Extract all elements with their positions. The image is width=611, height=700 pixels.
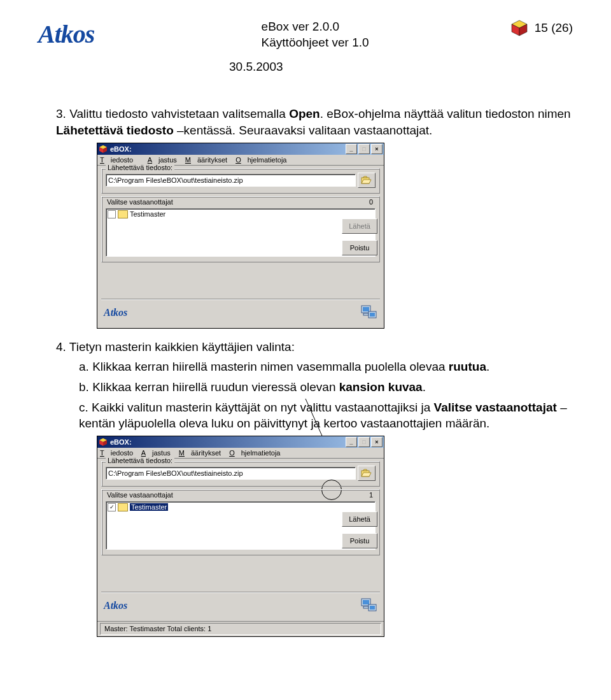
menu-maaritykset[interactable]: Määritykset: [179, 449, 221, 457]
svg-rect-23: [363, 606, 369, 608]
computer-icon: [360, 597, 377, 615]
header-line2: Käyttöohjeet ver 1.0: [262, 35, 369, 51]
recipients-listbox[interactable]: ✓ Testimaster: [106, 501, 376, 550]
logo: Atkos: [38, 19, 94, 49]
recipients-label: Valitse vastaanottajat: [107, 198, 173, 206]
step-4a: a. Klikkaa kerran hiirellä masterin nime…: [79, 359, 573, 375]
page-header: Atkos eBox ver 2.0.0 Käyttöohjeet ver 1.…: [38, 19, 573, 50]
browse-button[interactable]: [358, 173, 376, 188]
maximize-button[interactable]: □: [358, 144, 370, 154]
ebox-window-2: eBOX: _ □ × Tiedosto Ajastus Määritykset…: [97, 436, 384, 637]
exit-button[interactable]: Poistu: [342, 240, 377, 255]
folder-icon[interactable]: [118, 210, 128, 218]
computer-icon: [360, 304, 377, 322]
minimize-button[interactable]: _: [346, 144, 357, 154]
step-3: 3. Valittu tiedosto vahvistetaan valitse…: [56, 106, 573, 138]
status-text: Master: Testimaster Total clients: 1: [100, 623, 381, 635]
window-footer: Atkos: [101, 299, 380, 325]
window-footer: Atkos: [101, 592, 380, 618]
recipients-count: 0: [369, 198, 373, 206]
recipients-groupbox: Valitse vastaanottajat 1 ✓ Testimaster: [101, 489, 380, 555]
file-groupbox: Lähetettävä tiedosto: C:\Program Files\e…: [101, 461, 380, 487]
send-button[interactable]: Lähetä: [342, 511, 377, 527]
menu-ohjelmatietoja[interactable]: Ohjelmatietoja: [235, 156, 286, 164]
menu-tiedosto[interactable]: Tiedosto: [100, 156, 139, 164]
file-group-label: Lähetettävä tiedosto:: [106, 164, 174, 171]
step-4: 4. Tietyn masterin kaikkien käyttäjien v…: [56, 339, 573, 355]
recipients-groupbox: Valitse vastaanottajat 0 Testimaster: [101, 196, 380, 262]
document-date: 30.5.2003: [229, 60, 573, 74]
svg-rect-22: [363, 600, 369, 604]
window-title: eBOX:: [110, 145, 132, 153]
exit-button[interactable]: Poistu: [342, 533, 377, 548]
svg-rect-13: [370, 313, 375, 317]
menu-ajastus[interactable]: Ajastus: [141, 449, 171, 457]
step-4b: b. Klikkaa kerran hiirellä ruudun vieres…: [79, 379, 573, 396]
ebox-window-1: eBOX: _ □ × Tiedosto Ajastus Määritykset…: [97, 143, 384, 329]
item-checkbox[interactable]: [108, 210, 116, 218]
step-4c: c. Kaikki valitun masterin käyttäjät on …: [79, 399, 573, 432]
recipients-listbox[interactable]: Testimaster: [106, 208, 376, 257]
item-label: Testimaster: [130, 210, 165, 218]
close-button[interactable]: ×: [371, 437, 383, 447]
svg-rect-25: [370, 606, 375, 610]
recipients-label: Valitse vastaanottajat: [107, 491, 173, 499]
page-number: 15 (26): [535, 21, 573, 35]
titlebar[interactable]: eBOX: _ □ ×: [97, 436, 384, 448]
header-right: 15 (26): [510, 19, 573, 37]
app-icon: [99, 438, 108, 446]
open-folder-icon: [361, 468, 372, 478]
item-label: Testimaster: [130, 503, 168, 511]
statusbar: Master: Testimaster Total clients: 1: [97, 621, 384, 636]
brand-label: Atkos: [104, 307, 127, 318]
header-info: eBox ver 2.0.0 Käyttöohjeet ver 1.0: [262, 19, 369, 50]
file-path-field[interactable]: C:\Program Files\eBOX\out\testiaineisto.…: [106, 467, 356, 480]
folder-icon[interactable]: [118, 503, 128, 511]
svg-marker-19: [363, 469, 367, 471]
svg-marker-8: [362, 180, 371, 183]
open-folder-icon: [361, 175, 372, 185]
item-checkbox[interactable]: ✓: [108, 503, 116, 511]
list-item[interactable]: ✓ Testimaster: [108, 503, 374, 511]
svg-rect-10: [363, 307, 369, 311]
menu-ajastus[interactable]: Ajastus: [148, 156, 177, 164]
file-path-field[interactable]: C:\Program Files\eBOX\out\testiaineisto.…: [106, 174, 356, 187]
svg-marker-20: [362, 473, 371, 476]
titlebar[interactable]: eBOX: _ □ ×: [97, 143, 384, 155]
brand-label: Atkos: [104, 600, 127, 611]
menu-tiedosto[interactable]: Tiedosto: [100, 449, 133, 457]
svg-rect-11: [363, 313, 369, 315]
svg-marker-7: [363, 176, 367, 178]
file-groupbox: Lähetettävä tiedosto: C:\Program Files\e…: [101, 168, 380, 194]
send-button[interactable]: Lähetä: [342, 218, 377, 234]
window-title: eBOX:: [110, 438, 132, 446]
close-button[interactable]: ×: [371, 144, 383, 154]
maximize-button[interactable]: □: [358, 437, 370, 447]
recipients-count: 1: [369, 491, 373, 499]
menu-ohjelmatietoja[interactable]: Ohjelmatietoja: [229, 449, 280, 457]
file-group-label: Lähetettävä tiedosto:: [106, 457, 174, 464]
browse-button[interactable]: [358, 466, 376, 481]
menu-maaritykset[interactable]: Määritykset: [185, 156, 227, 164]
cube-icon: [510, 19, 528, 37]
header-line1: eBox ver 2.0.0: [262, 19, 369, 35]
app-icon: [99, 145, 108, 154]
minimize-button[interactable]: _: [346, 437, 357, 447]
list-item[interactable]: Testimaster: [108, 210, 374, 218]
